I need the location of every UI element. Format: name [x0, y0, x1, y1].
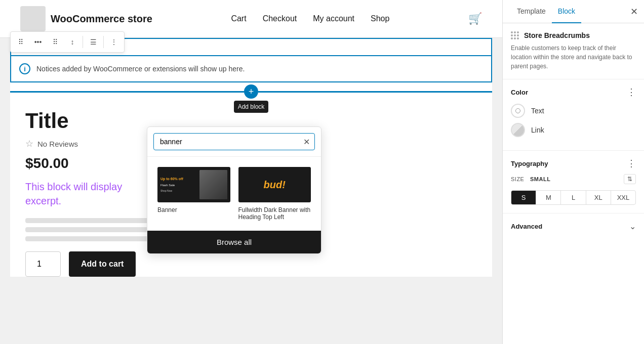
store-nav: Cart Checkout My account Shop: [231, 14, 389, 23]
advanced-header[interactable]: Advanced ⌄: [511, 222, 636, 231]
advanced-section: Advanced ⌄: [503, 213, 644, 239]
search-clear-button[interactable]: ✕: [303, 137, 310, 147]
size-btn-xxl[interactable]: XXL: [611, 191, 635, 204]
banner-thumb-1: Up to 60% off Flash Sale Shop Now: [157, 167, 230, 202]
tab-block[interactable]: Block: [552, 0, 581, 23]
nav-shop[interactable]: Shop: [371, 14, 389, 23]
info-icon: i: [19, 63, 30, 74]
color-section: Color ⋮ Text Link: [503, 79, 644, 151]
nav-cart[interactable]: Cart: [231, 14, 246, 23]
panel-block-info: Store Breadcrumbs Enable customers to ke…: [503, 23, 644, 79]
color-link-row: Link: [511, 123, 636, 137]
quantity-input[interactable]: [25, 251, 61, 277]
toolbar-divider: [83, 36, 83, 48]
banner-result-1[interactable]: Up to 60% off Flash Sale Shop Now Banner: [153, 163, 234, 225]
bud-text: bud!: [264, 179, 286, 191]
typography-header: Typography ⋮: [511, 159, 636, 168]
canvas-area: WooCommerce store Cart Checkout My accou…: [0, 0, 502, 344]
typography-section: Typography ⋮ SIZE SMALL ⇅ S M L XL XXL: [503, 151, 644, 213]
size-adjust-button[interactable]: ⇅: [624, 174, 636, 184]
block-description: Enable customers to keep track of their …: [511, 44, 636, 71]
typography-title: Typography: [511, 160, 548, 167]
product-actions: Add to cart: [25, 251, 477, 277]
cart-icon[interactable]: 🛒: [468, 12, 482, 25]
size-value: SMALL: [530, 176, 550, 182]
banner-thumb-image: [199, 170, 227, 199]
size-row: SIZE SMALL ⇅: [511, 174, 636, 184]
add-block-line-right: [258, 91, 492, 93]
add-to-cart-button[interactable]: Add to cart: [69, 251, 136, 277]
toolbar-more[interactable]: ⋮: [106, 34, 122, 50]
reviews-text: No Reviews: [37, 140, 78, 148]
color-text-label: Text: [531, 107, 544, 115]
add-block-line: [10, 91, 244, 93]
banner-result-1-label: Banner: [157, 206, 230, 213]
add-block-button[interactable]: +: [244, 84, 258, 99]
nav-checkout[interactable]: Checkout: [263, 14, 297, 23]
banner-thumb-2: bud!: [238, 167, 311, 202]
chevron-down-icon: ⌄: [629, 222, 636, 231]
color-section-header: Color ⋮: [511, 88, 636, 97]
panel-block-header: Store Breadcrumbs: [511, 31, 636, 39]
toolbar-options[interactable]: •••: [30, 34, 46, 50]
size-btn-s[interactable]: S: [511, 191, 536, 204]
size-btn-m[interactable]: M: [536, 191, 561, 204]
color-link-label: Link: [531, 126, 544, 134]
popup-results: Up to 60% off Flash Sale Shop Now Banner…: [147, 157, 321, 231]
color-more-button[interactable]: ⋮: [627, 88, 636, 97]
color-link-swatch[interactable]: [511, 123, 525, 137]
notice-text: Notices added by WooCommerce or extensio…: [36, 65, 245, 73]
popup-search-row: ✕: [147, 127, 321, 157]
add-block-tooltip: Add block: [234, 101, 269, 113]
browse-all-button[interactable]: Browse all: [147, 231, 321, 253]
toolbar-divider-2: [103, 36, 104, 48]
toolbar-align[interactable]: ☰: [85, 34, 101, 50]
block-search-input[interactable]: [153, 133, 315, 150]
advanced-title: Advanced: [511, 223, 542, 230]
block-toolbar: ⠿ ••• ⠿ ↕ ☰ ⋮: [10, 31, 125, 53]
toolbar-grid[interactable]: ⠿: [47, 34, 63, 50]
size-buttons: S M L XL XXL: [511, 190, 636, 205]
store-name: WooCommerce store: [51, 13, 152, 25]
block-grid-icon: [511, 31, 519, 39]
panel-close-button[interactable]: ✕: [630, 6, 638, 17]
store-logo-icon: [20, 6, 46, 31]
typography-more-button[interactable]: ⋮: [627, 159, 636, 168]
color-section-title: Color: [511, 89, 528, 96]
notice-bar: i Notices added by WooCommerce or extens…: [10, 55, 492, 82]
add-block-popup: ✕ Up to 60% off Flash Sale Shop Now Bann…: [147, 126, 321, 254]
size-adjust-icon: ⇅: [627, 176, 632, 183]
right-panel: Template Block ✕ Store Breadcrumbs Enabl…: [502, 0, 644, 344]
block-name: Store Breadcrumbs: [524, 31, 590, 39]
panel-tabs: Template Block ✕: [503, 0, 644, 23]
size-label: SIZE: [511, 176, 526, 182]
size-btn-l[interactable]: L: [561, 191, 586, 204]
nav-my-account[interactable]: My account: [313, 14, 354, 23]
store-logo: WooCommerce store: [20, 6, 152, 31]
toolbar-move[interactable]: ↕: [64, 34, 80, 50]
toolbar-drag[interactable]: ⠿: [13, 34, 29, 50]
color-text-swatch[interactable]: [511, 104, 525, 118]
banner-result-2[interactable]: bud! Fullwidth Dark Banner with Heading …: [234, 163, 315, 225]
add-block-row: + Add block: [10, 84, 492, 99]
size-btn-xl[interactable]: XL: [586, 191, 611, 204]
banner-result-2-label: Fullwidth Dark Banner with Heading Top L…: [238, 206, 311, 221]
tab-template[interactable]: Template: [511, 0, 552, 23]
color-text-inner: [515, 108, 520, 113]
star-icon: ☆: [25, 138, 33, 149]
banner-thumb-text: Up to 60% off Flash Sale Shop Now: [160, 177, 183, 193]
color-text-row: Text: [511, 104, 636, 118]
